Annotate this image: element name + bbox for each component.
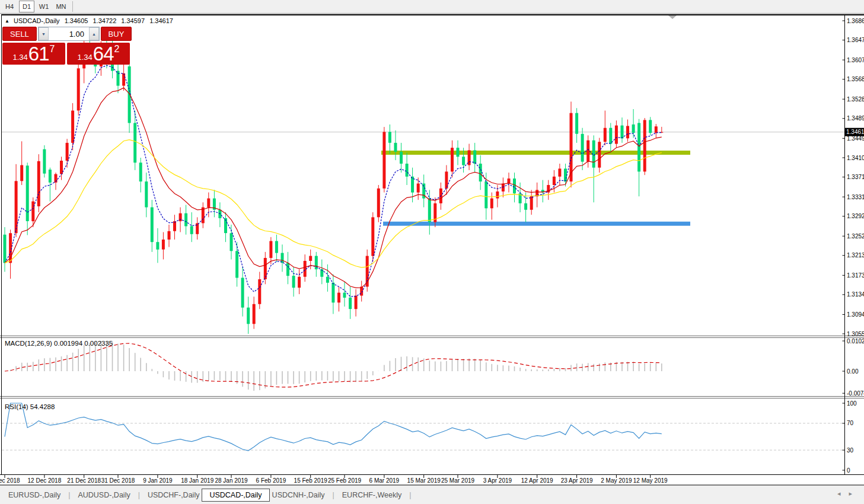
- volume-stepper: ▼ ▲: [38, 27, 100, 41]
- candle-body: [281, 253, 284, 263]
- candle-body: [20, 165, 23, 181]
- collapse-triangle-icon[interactable]: ▲: [5, 18, 9, 24]
- candle-body: [473, 150, 476, 164]
- candle-body: [586, 141, 589, 162]
- toolbar-separator: [72, 1, 73, 12]
- candle-body: [575, 113, 578, 134]
- current-price-text: 1.34617: [846, 129, 864, 135]
- date-axis-label: 15 Feb 2019: [294, 477, 328, 484]
- candle-body: [162, 240, 165, 250]
- tab-eurusd-daily[interactable]: EURUSD-,Daily: [6, 489, 63, 501]
- candle-body: [394, 143, 397, 152]
- price-axis-label: 1.35280: [847, 96, 864, 103]
- candle-body: [230, 233, 233, 251]
- tab-audusd-daily[interactable]: AUDUSD-,Daily: [75, 489, 132, 501]
- price-axis-label: 1.32920: [847, 213, 864, 219]
- buy-price-display[interactable]: 1.34 64 2: [67, 43, 130, 65]
- macd-axis-label: -0.00747: [847, 390, 864, 397]
- candle-body: [496, 192, 499, 199]
- tab-usdchf-daily[interactable]: USDCHF-,Daily: [145, 489, 202, 501]
- volume-decrease-button[interactable]: ▼: [39, 27, 49, 40]
- tab-scroll-left-icon[interactable]: ◂: [837, 490, 849, 497]
- candle-body: [179, 213, 182, 221]
- timeframe-button-w1[interactable]: W1: [36, 1, 52, 12]
- candle-body: [207, 199, 210, 208]
- date-axis-label: 25 Feb 2019: [328, 477, 362, 484]
- price-chart: MACD(12,26,9) 0.001994 0.002335RSI(14) 5…: [0, 0, 864, 504]
- buy-button[interactable]: BUY: [101, 27, 132, 41]
- candle-body: [462, 157, 465, 165]
- price-axis-label: 1.31730: [847, 272, 864, 279]
- candle-body: [406, 164, 409, 177]
- timeframe-button-d1[interactable]: D1: [19, 1, 34, 12]
- candle-body: [479, 164, 482, 181]
- candle-body: [377, 189, 380, 218]
- buy-big-figure: 1.34: [78, 53, 93, 62]
- candle-body: [253, 304, 256, 324]
- candle-body: [247, 308, 250, 324]
- candle-body: [275, 241, 278, 253]
- candle-body: [502, 184, 505, 192]
- price-axis-label: 1.30940: [847, 311, 864, 318]
- price-axis-label: 1.34890: [847, 115, 864, 122]
- candle-body: [626, 126, 629, 138]
- candle-body: [156, 242, 159, 250]
- macd-label: MACD(12,26,9) 0.001994 0.002335: [5, 340, 113, 347]
- price-axis-label: 1.32130: [847, 252, 864, 259]
- candle-body: [31, 202, 34, 222]
- candle-body: [71, 111, 74, 143]
- date-axis-label: 31 Dec 2018: [101, 477, 135, 484]
- rsi-axis-label: 70: [847, 420, 854, 426]
- candle-body: [326, 277, 329, 283]
- tab-divider: |: [68, 491, 70, 499]
- price-axis-label: 1.30550: [847, 331, 864, 337]
- timeframe-button-h4[interactable]: H4: [2, 1, 17, 12]
- candle-body: [484, 181, 487, 208]
- candle-body: [451, 148, 454, 171]
- price-axis-label: 1.33310: [847, 194, 864, 200]
- tab-divider: |: [409, 491, 411, 499]
- price-axis-label: 1.36860: [847, 18, 864, 24]
- volume-input[interactable]: [49, 27, 89, 40]
- date-axis-label: 28 Jan 2019: [215, 477, 247, 484]
- date-axis-label: 12 Apr 2019: [521, 477, 553, 484]
- candle-body: [241, 278, 244, 308]
- candle-body: [4, 235, 7, 263]
- candle-body: [309, 256, 312, 261]
- tab-usdcad-daily[interactable]: USDCAD-,Daily: [202, 489, 269, 502]
- candle-body: [621, 126, 624, 139]
- date-axis-label: 21 Dec 2018: [67, 477, 101, 484]
- candle-body: [151, 208, 154, 243]
- date-axis-label: 3 Apr 2019: [483, 477, 512, 484]
- date-axis-label: 23 Apr 2019: [561, 477, 593, 484]
- one-click-trading-panel: SELL ▼ ▲ BUY 1.34 61 7 1.34 64 2: [2, 27, 132, 65]
- candle-body: [269, 241, 272, 259]
- date-axis-label: 9 Jan 2019: [143, 477, 173, 484]
- volume-increase-button[interactable]: ▲: [89, 27, 99, 40]
- candle-body: [637, 123, 640, 171]
- candle-body: [428, 199, 431, 222]
- date-axis-label: 15 Mar 2019: [407, 477, 441, 484]
- rsi-label: RSI(14) 54.4288: [5, 403, 55, 410]
- candle-body: [598, 142, 601, 168]
- price-axis-label: 1.36070: [847, 57, 864, 63]
- tab-eurchf-weekly[interactable]: EURCHF-,Weekly: [340, 489, 404, 501]
- date-axis-label: 6 Mar 2019: [369, 477, 400, 484]
- candle-body: [524, 203, 527, 210]
- sell-button[interactable]: SELL: [2, 27, 37, 41]
- candle-body: [553, 177, 556, 185]
- tab-scroll-arrows: ◂▸: [837, 490, 860, 497]
- candle-body: [184, 213, 187, 227]
- candle-body: [564, 168, 567, 181]
- price-axis-label: 1.35680: [847, 76, 864, 82]
- tab-usdcnh-daily[interactable]: USDCNH-,Daily: [270, 489, 327, 501]
- candle-body: [173, 221, 176, 231]
- sell-price-display[interactable]: 1.34 61 7: [2, 43, 65, 65]
- candle-body: [258, 279, 261, 304]
- symbol-period-label: USDCAD-,Daily: [14, 17, 60, 24]
- candle-body: [513, 178, 516, 193]
- timeframe-button-mn[interactable]: MN: [53, 1, 69, 12]
- sell-big-figure: 1.34: [13, 53, 28, 62]
- candle-body: [355, 296, 358, 310]
- tab-scroll-right-icon[interactable]: ▸: [849, 490, 860, 497]
